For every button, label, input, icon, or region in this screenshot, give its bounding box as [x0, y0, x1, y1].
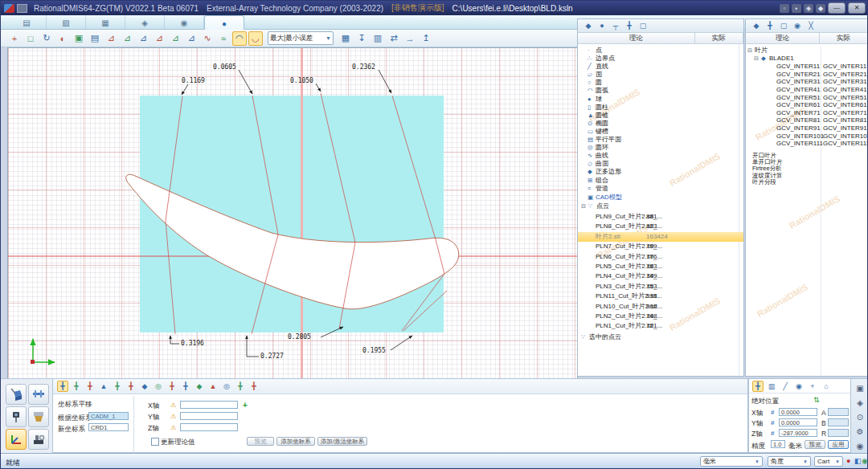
axis-value-field[interactable] — [180, 401, 238, 409]
dock-camera-probe-button[interactable] — [6, 406, 27, 427]
machine-icon[interactable]: ▣ — [854, 382, 866, 394]
dock-tolerance-button[interactable] — [28, 406, 49, 427]
position-preview-button[interactable]: 预览 — [805, 440, 825, 449]
position-value-field[interactable]: 0.0000 — [779, 418, 817, 426]
tab-color[interactable]: ◉ — [165, 15, 204, 30]
tool-status-icon[interactable]: ◧ — [854, 457, 862, 465]
csys-iterative-icon[interactable]: ◎ — [153, 381, 164, 392]
refresh-icon[interactable]: ⇅ — [813, 396, 820, 404]
tab-view[interactable]: ● — [204, 15, 244, 31]
blade-mesh-icon[interactable]: ≈ — [216, 31, 231, 46]
blade-rotate-icon[interactable]: ⊿ — [152, 31, 166, 46]
tree-item-slot[interactable]: ▭键槽 — [578, 128, 743, 136]
tree-item-gcv[interactable]: GCV_INTER101GCV_INTER101 — [746, 133, 868, 141]
collapse-icon[interactable]: ⊟ — [581, 202, 588, 210]
orbit-icon[interactable]: ↻ — [39, 31, 54, 46]
angle-select[interactable]: 角度▼ — [768, 456, 811, 467]
tree-item-point-cloud-root[interactable]: ⊟∵点云 — [578, 202, 744, 210]
tree-item-cloud[interactable]: PLN5_Cut_叶片2.stl_...783 — [578, 262, 743, 271]
csys-offset-icon[interactable]: ╋ — [125, 381, 137, 392]
tree-item-cloud[interactable]: PLN8_Cut_叶片2.stl_...823 — [578, 222, 743, 231]
tree-item-blade-root[interactable]: ⊟叶片 — [746, 47, 868, 55]
blade-align-icon[interactable]: ⊿ — [104, 31, 118, 46]
blade-move-icon[interactable]: ⊿ — [136, 31, 150, 46]
csys-translate-icon[interactable]: ╋ — [57, 381, 68, 392]
tree-item-sphere[interactable]: ●球 — [578, 96, 743, 104]
cut-icon[interactable]: ╳ — [805, 20, 817, 31]
tree-item-cylinder[interactable]: ▯圆柱 — [578, 104, 743, 112]
close-button[interactable]: ✕ — [848, 2, 866, 14]
tree-item-point[interactable]: ·点 — [578, 47, 743, 55]
blade-compare-icon[interactable]: ⊿ — [184, 31, 199, 46]
probe-status-icon[interactable]: ● — [846, 457, 850, 465]
pan-icon[interactable]: + — [7, 31, 22, 46]
csys-6dof-icon[interactable]: ╋ — [180, 381, 191, 392]
tree-item-arc[interactable]: ◠圆弧 — [578, 87, 743, 95]
gear-icon[interactable]: ⚙ — [854, 426, 866, 437]
snapshot-icon[interactable]: ▣ — [72, 31, 86, 46]
collapse-icon[interactable]: ⊟ — [754, 55, 761, 63]
collapse-icon[interactable]: ⊟ — [747, 47, 755, 55]
error-mode-dropdown[interactable]: 最大|最小误差 ▼ — [268, 31, 334, 45]
tree-item-cloud[interactable]: PLN1_Cut_叶片2.stl_...721 — [578, 321, 743, 331]
tree-item-blade1[interactable]: ⊟◆BLADE1 — [746, 55, 868, 63]
blade-surface-icon[interactable]: ◠ — [232, 31, 247, 46]
zoom-window-icon[interactable]: □ — [23, 31, 38, 46]
blade-edit-icon[interactable]: ◡ — [248, 31, 263, 46]
cad-model-icon[interactable]: ◆ — [751, 20, 762, 31]
position-value-field[interactable]: 0.0000 — [779, 408, 817, 416]
tree-item-cloud[interactable]: PLN6_Cut_叶片2.stl_...776 — [578, 252, 743, 262]
blade-scan-icon[interactable]: ∿ — [200, 31, 215, 46]
tree-item-cloud[interactable]: PLN10_Cut_叶片2.stl...902 — [578, 302, 743, 312]
csys-world-icon[interactable]: ◎ — [221, 381, 232, 392]
column-actual[interactable]: 实际 — [820, 33, 868, 43]
blade-fit-icon[interactable]: ⊿ — [168, 31, 182, 46]
pos-target-icon[interactable]: + — [807, 381, 818, 392]
tab-print[interactable]: ▤ — [7, 15, 47, 30]
tree-item-gcv[interactable]: GCV_INTER111GCV_INTER111 — [746, 140, 868, 148]
tree-item-gcv[interactable]: GCV_INTER61GCV_INTER61 — [746, 101, 868, 109]
axis-value-field[interactable] — [180, 423, 238, 431]
tree-item-pipe[interactable]: ≈管道 — [578, 185, 743, 193]
pin-window-icon[interactable]: ▪ — [792, 4, 801, 13]
cad-model-icon[interactable]: ◆ — [583, 20, 594, 31]
angle-value-field[interactable] — [828, 418, 849, 426]
tree-item-circle[interactable]: ○圆 — [578, 79, 743, 87]
dock-probe-cube-button[interactable] — [6, 384, 27, 405]
tree-item-torus[interactable]: ◎圆环 — [578, 144, 743, 152]
export-points-icon[interactable]: → — [403, 31, 417, 46]
blade-section-icon[interactable]: ⊿ — [120, 31, 134, 46]
tree-item-gcv[interactable]: GCV_INTER31GCV_INTER31 — [746, 78, 868, 86]
csys-rps-icon[interactable]: ╋ — [166, 381, 178, 392]
pos-absolute-icon[interactable]: ╋ — [752, 381, 764, 392]
csys-save-icon[interactable]: ╋ — [248, 381, 260, 392]
tree-item-cad-model[interactable]: ▣CAD模型 — [578, 194, 744, 202]
column-actual[interactable]: 实际 — [695, 33, 743, 43]
update-theoretical-checkbox[interactable] — [151, 438, 159, 446]
tree-item-cloud[interactable]: 叶片2.stl163424 — [578, 232, 743, 242]
add-icon[interactable]: + — [243, 401, 248, 410]
tree-item-gcv[interactable]: GCV_INTER11GCV_INTER11 — [746, 63, 868, 71]
tree-item-gcv[interactable]: GCV_INTER91GCV_INTER91 — [746, 124, 868, 133]
3d-viewport[interactable]: 0.1169 0.0605 0.1050 0.2362 0.3196 0.272… — [7, 47, 578, 380]
tree-item-plane[interactable]: ▱面 — [578, 71, 743, 79]
csys-temp-icon[interactable]: ╋ — [235, 381, 246, 392]
csys-321-icon[interactable]: ╋ — [84, 381, 96, 392]
feature-sphere-icon[interactable]: ● — [596, 20, 608, 31]
save-report-icon[interactable]: ▥ — [371, 31, 385, 46]
axes-icon[interactable]: ╋ — [764, 20, 776, 31]
tool-icon[interactable]: ╋ — [624, 20, 635, 31]
csys-plane-line-point-icon[interactable]: ╋ — [112, 381, 123, 392]
import-points-icon[interactable]: ⇄ — [387, 31, 401, 46]
tree-item-blade-segment[interactable]: 叶片分段 — [746, 179, 868, 186]
tree-item-cloud[interactable]: PLN4_Cut_叶片2.stl_...749 — [578, 271, 743, 281]
tree-item-parallel-planes[interactable]: ▤平行平面 — [578, 136, 743, 144]
tree-item-cloud[interactable]: PLN3_Cut_叶片2.stl_...753 — [578, 282, 743, 292]
camera-icon[interactable]: ◉ — [792, 20, 803, 31]
report-export-icon[interactable]: ↧ — [354, 31, 369, 46]
precision-field[interactable]: 1.0 — [771, 440, 785, 448]
tab-probe[interactable]: ◈ — [125, 15, 165, 30]
csys-rotate-icon[interactable]: ╋ — [71, 381, 82, 392]
add-activate-csys-button[interactable]: 添加/激活坐标系 — [317, 437, 367, 446]
tree-item-gcv[interactable]: GCV_INTER71GCV_INTER71 — [746, 109, 868, 117]
